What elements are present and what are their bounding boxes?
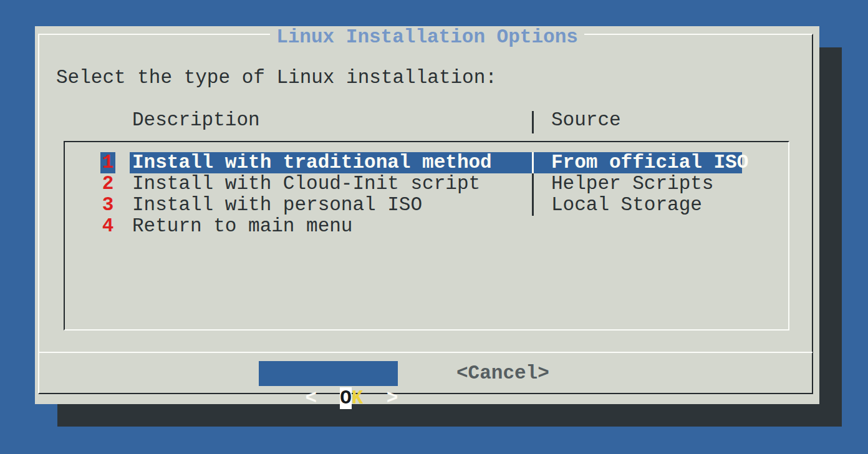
menu-item-description: Install with Cloud-Init script	[132, 173, 480, 195]
linux-installation-options-dialog: Linux Installation Options Select the ty…	[35, 26, 819, 404]
ok-button-open-bracket: <	[305, 387, 340, 409]
menu-item-tag: 1	[100, 152, 115, 173]
menu-item-tag: 2	[100, 173, 115, 195]
column-header-description: Description	[132, 110, 260, 131]
column-separator-icon	[532, 195, 534, 216]
menu-item-tag: 4	[100, 216, 115, 237]
ok-button[interactable]: < OK >	[259, 361, 398, 386]
menu-item-row-2[interactable]: 2 Install with Cloud-Init script Helper …	[65, 173, 788, 195]
menu-item-source: Local Storage	[551, 195, 702, 216]
dialog-title: Linux Installation Options	[270, 26, 584, 49]
button-area-separator	[39, 352, 813, 353]
menu-item-description: Return to main menu	[132, 216, 352, 237]
menu-item-tag: 3	[100, 195, 115, 216]
cancel-button[interactable]: <Cancel>	[456, 361, 549, 386]
menu-item-row-3[interactable]: 3 Install with personal ISO Local Storag…	[65, 195, 788, 216]
menu-item-row-4[interactable]: 4 Return to main menu	[65, 216, 788, 237]
ok-button-hotkey: K	[352, 387, 364, 409]
cursor-block: O	[340, 387, 352, 409]
menu-item-description: Install with personal ISO	[132, 195, 422, 216]
dialog-title-row: Linux Installation Options	[35, 26, 819, 49]
ok-button-close-bracket: >	[363, 387, 398, 409]
menu-item-source: From official ISO	[551, 152, 748, 173]
menu-listbox: 1 Install with traditional method From o…	[64, 141, 789, 331]
column-separator-icon	[532, 152, 534, 173]
column-separator-icon	[532, 111, 534, 133]
menu-column-header: Description Source	[35, 110, 819, 131]
menu-item-source: Helper Scripts	[551, 173, 713, 195]
dialog-message: Select the type of Linux installation:	[56, 67, 497, 89]
menu-item-row-1[interactable]: 1 Install with traditional method From o…	[65, 152, 788, 173]
menu-item-description: Install with traditional method	[132, 152, 492, 173]
column-header-source: Source	[551, 110, 621, 131]
column-separator-icon	[532, 173, 534, 195]
